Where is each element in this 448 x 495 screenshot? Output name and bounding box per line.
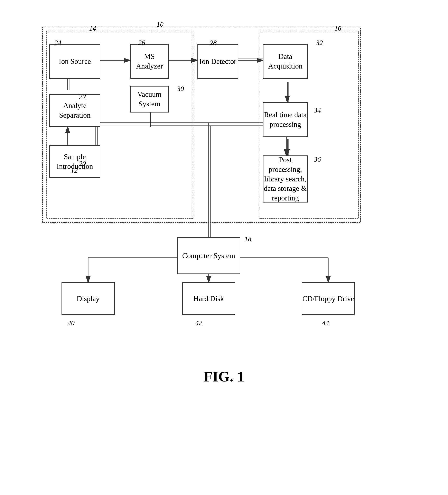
data-acquisition-box: Data Acquisition	[263, 44, 308, 79]
cd-floppy-box: CD/Floppy Drive	[302, 282, 355, 315]
ion-detector-box: Ion Detector	[198, 44, 238, 79]
hard-disk-box: Hard Disk	[182, 282, 235, 315]
ion-source-box: Ion Source	[49, 44, 100, 79]
hard-disk-label: Hard Disk	[194, 294, 224, 303]
figure-label: FIG. 1	[204, 368, 244, 385]
ref-28: 28	[210, 39, 217, 47]
ref-26: 26	[138, 39, 145, 47]
ref-18: 18	[244, 235, 251, 243]
data-acquisition-label: Data Acquisition	[264, 52, 307, 71]
ref-22: 22	[79, 93, 86, 101]
ms-analyzer-box: MS Analyzer	[130, 44, 169, 79]
ref-12: 12	[71, 167, 78, 175]
computer-system-label: Computer System	[182, 251, 235, 261]
page: 10 14 16 Ion Source 24 MS Analyzer 26 Io…	[0, 0, 448, 495]
ion-detector-label: Ion Detector	[199, 57, 237, 66]
ref-20: 20	[79, 160, 86, 167]
ref-16: 16	[334, 25, 341, 32]
ref-34: 34	[314, 106, 321, 114]
diagram-area: 10 14 16 Ion Source 24 MS Analyzer 26 Io…	[30, 12, 418, 360]
ref-36: 36	[314, 155, 321, 163]
ms-analyzer-label: MS Analyzer	[131, 52, 168, 71]
real-time-box: Real time data processing	[263, 102, 308, 137]
vacuum-system-label: Vacuum System	[131, 90, 168, 109]
ref-24: 24	[54, 39, 61, 47]
real-time-label: Real time data processing	[264, 110, 307, 129]
analyte-separation-box: Analyte Separation	[49, 94, 100, 127]
post-processing-label: Post processing, library search, data st…	[264, 155, 307, 203]
cd-floppy-label: CD/Floppy Drive	[302, 294, 354, 303]
ref-10: 10	[157, 20, 163, 28]
post-processing-box: Post processing, library search, data st…	[263, 155, 308, 203]
ref-40: 40	[68, 319, 75, 327]
ref-14: 14	[89, 25, 96, 32]
ref-44: 44	[322, 319, 329, 327]
ref-42: 42	[195, 319, 202, 327]
computer-system-box: Computer System	[177, 237, 240, 274]
analyte-separation-label: Analyte Separation	[50, 101, 100, 120]
vacuum-system-box: Vacuum System	[130, 86, 169, 112]
ref-30: 30	[177, 85, 184, 93]
display-label: Display	[77, 294, 100, 303]
ion-source-label: Ion Source	[59, 57, 91, 66]
ref-32: 32	[316, 39, 323, 47]
display-box: Display	[62, 282, 115, 315]
